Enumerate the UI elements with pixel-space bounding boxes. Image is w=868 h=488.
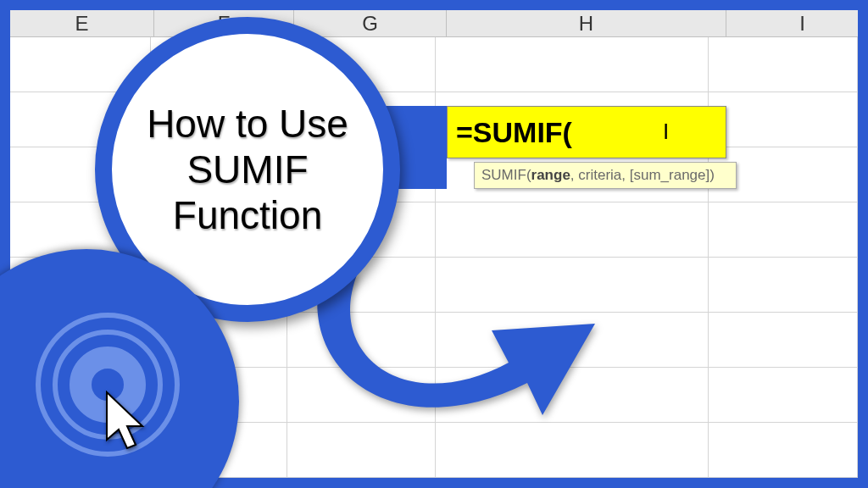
tooltip-fn: SUMIF( (481, 167, 531, 184)
cursor-icon (105, 391, 164, 458)
formula-text: =SUMIF( (456, 116, 572, 149)
click-target-icon (36, 313, 180, 457)
text-caret-icon: I (663, 119, 669, 145)
function-tooltip: SUMIF(range, criteria, [sum_range]) (474, 162, 737, 189)
title-line2: SUMIF (186, 147, 308, 191)
title-line3: Function (173, 193, 322, 237)
column-header-E[interactable]: E (10, 10, 154, 36)
column-header-G[interactable]: G (294, 10, 447, 36)
tooltip-arg-bold: range (531, 167, 570, 184)
column-header-row: E F G H I (10, 10, 858, 37)
active-cell-H[interactable]: =SUMIF( (447, 106, 726, 158)
column-header-H[interactable]: H (447, 10, 726, 36)
column-header-I[interactable]: I (726, 10, 868, 36)
title-text: How to Use SUMIF Function (147, 101, 348, 239)
tooltip-args-rest: , criteria, [sum_range]) (570, 167, 715, 184)
thumbnail-frame: E F G H I =SUMIF( I SUMIF(range, criteri… (0, 0, 868, 488)
title-line1: How to Use (147, 102, 348, 146)
